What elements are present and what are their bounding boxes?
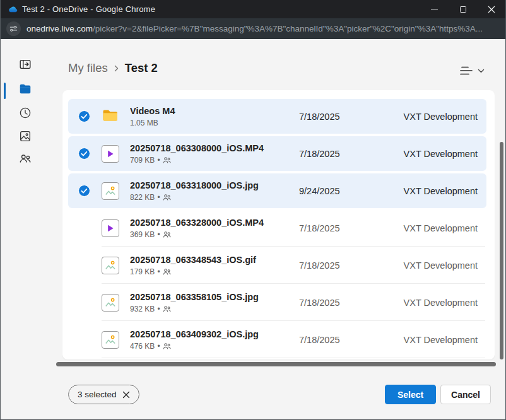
file-size-text: 1.05 MB	[130, 119, 158, 127]
file-size-text: 709 KB	[130, 156, 155, 165]
minimize-button[interactable]	[420, 0, 449, 18]
selected-checkbox[interactable]	[78, 148, 90, 160]
nav-active-indicator	[4, 83, 6, 99]
size-bullet: •	[157, 342, 160, 351]
view-options-button[interactable]	[459, 63, 490, 78]
file-type-icon	[102, 257, 119, 274]
file-date: 7/18/2025	[299, 260, 404, 271]
sidebar-item-my-files[interactable]	[18, 82, 32, 96]
file-size: 476 KB•	[130, 342, 299, 351]
vertical-scrollbar[interactable]	[500, 142, 503, 359]
file-meta: 20250718_063318000_iOS.jpg 822 KB•	[130, 180, 299, 202]
size-bullet: •	[157, 305, 160, 313]
sidebar-item-photos[interactable]	[18, 129, 32, 143]
file-row[interactable]: 20250718_063348543_iOS.gif 179 KB• 7/18/…	[68, 248, 486, 283]
title-bar: Test 2 - OneDrive - Google Chrome	[1, 0, 505, 18]
selected-checkbox[interactable]	[78, 110, 90, 122]
file-type-icon	[102, 331, 119, 349]
file-owner: VXT Development	[404, 223, 478, 233]
file-row[interactable]: 20250718_063409302_iOS.jpg 476 KB• 7/18/…	[68, 322, 486, 357]
site-settings-button[interactable]	[6, 21, 21, 36]
my-files-folder-icon	[18, 82, 32, 96]
tune-icon	[9, 25, 18, 33]
cancel-button[interactable]: Cancel	[440, 385, 491, 404]
sidebar-item-recent[interactable]	[18, 106, 32, 120]
address-bar[interactable]: onedrive.live.com/picker?v=2&filePicker=…	[1, 18, 505, 39]
file-row[interactable]: 20250718_063358105_iOS.jpg 932 KB• 7/18/…	[68, 285, 486, 320]
select-button[interactable]: Select	[385, 385, 436, 404]
image-file-icon	[102, 331, 119, 349]
minimize-icon	[431, 9, 438, 9]
image-file-icon	[102, 257, 119, 274]
size-bullet: •	[157, 267, 160, 276]
url-host: onedrive.live.com	[26, 24, 93, 33]
file-date: 7/18/2025	[299, 149, 404, 159]
file-owner: VXT Development	[404, 335, 478, 345]
check-circle-icon	[78, 110, 90, 122]
selected-checkbox[interactable]	[78, 334, 90, 346]
shared-with-people-icon	[163, 268, 171, 276]
clear-selection-icon[interactable]	[122, 391, 130, 399]
shared-with-people-icon	[163, 305, 171, 313]
file-row[interactable]: Videos M4 1.05 MB 7/18/2025 VXT Developm…	[68, 99, 486, 134]
size-bullet: •	[157, 230, 160, 239]
file-row[interactable]: 20250718_063328000_iOS.MP4 369 KB• 7/18/…	[68, 211, 486, 245]
horizontal-scrollbar[interactable]	[56, 362, 496, 366]
breadcrumb: My files Test 2	[68, 61, 158, 75]
file-name: 20250718_063358105_iOS.jpg	[130, 291, 299, 303]
maximize-button[interactable]	[449, 0, 477, 18]
selection-count-label: 3 selected	[78, 390, 117, 399]
sidebar-item-shared[interactable]	[18, 151, 32, 165]
recent-icon	[18, 106, 32, 120]
size-bullet: •	[157, 193, 160, 202]
file-row[interactable]: 20250718_063318000_iOS.jpg 822 KB• 9/24/…	[68, 173, 486, 208]
size-bullet: •	[157, 156, 160, 165]
close-icon	[488, 6, 495, 13]
file-type-icon	[102, 294, 119, 312]
file-meta: 20250718_063328000_iOS.MP4 369 KB•	[130, 217, 299, 239]
maximize-icon	[460, 6, 466, 13]
shared-with-people-icon	[163, 156, 171, 164]
file-size-text: 932 KB	[130, 305, 155, 313]
file-size: 709 KB•	[130, 156, 299, 165]
file-size-text: 179 KB	[130, 267, 155, 276]
file-type-icon	[102, 108, 119, 125]
file-name: 20250718_063348543_iOS.gif	[130, 254, 299, 266]
check-circle-icon	[78, 185, 90, 197]
chevron-down-icon	[478, 69, 485, 73]
selected-checkbox[interactable]	[78, 296, 90, 308]
file-size-text: 476 KB	[130, 342, 155, 351]
file-owner: VXT Development	[404, 149, 478, 159]
video-file-icon	[102, 145, 119, 163]
file-meta: Videos M4 1.05 MB	[130, 105, 299, 127]
file-date: 7/18/2025	[299, 335, 404, 345]
breadcrumb-my-files[interactable]: My files	[68, 61, 108, 75]
file-size: 932 KB•	[130, 305, 299, 313]
selected-checkbox[interactable]	[78, 185, 90, 197]
selected-checkbox[interactable]	[78, 259, 90, 271]
browser-window: Test 2 - OneDrive - Google Chrome onedri…	[0, 0, 506, 420]
file-meta: 20250718_063348543_iOS.gif 179 KB•	[130, 254, 299, 276]
file-type-icon	[102, 145, 119, 163]
close-button[interactable]	[477, 0, 505, 18]
file-owner: VXT Development	[404, 186, 478, 196]
breadcrumb-current: Test 2	[125, 61, 158, 75]
file-row[interactable]: 20250718_063308000_iOS.MP4 709 KB• 7/18/…	[68, 136, 486, 171]
file-size: 1.05 MB	[130, 119, 299, 127]
selected-checkbox[interactable]	[78, 222, 90, 234]
file-type-icon	[102, 182, 119, 200]
file-date: 7/18/2025	[299, 112, 404, 122]
file-date: 9/24/2025	[299, 186, 404, 196]
folder-icon	[102, 107, 119, 127]
file-size-text: 369 KB	[130, 230, 155, 239]
file-meta: 20250718_063358105_iOS.jpg 932 KB•	[130, 291, 299, 313]
image-file-icon	[102, 294, 119, 312]
file-meta: 20250718_063308000_iOS.MP4 709 KB•	[130, 143, 299, 165]
shared-people-icon	[18, 151, 32, 165]
selection-chip[interactable]: 3 selected	[68, 385, 139, 404]
file-meta: 20250718_063409302_iOS.jpg 476 KB•	[130, 329, 299, 351]
sidebar-item-go-to[interactable]	[18, 57, 32, 71]
photos-icon	[18, 129, 32, 143]
list-view-icon	[459, 65, 473, 76]
file-size: 822 KB•	[130, 193, 299, 202]
